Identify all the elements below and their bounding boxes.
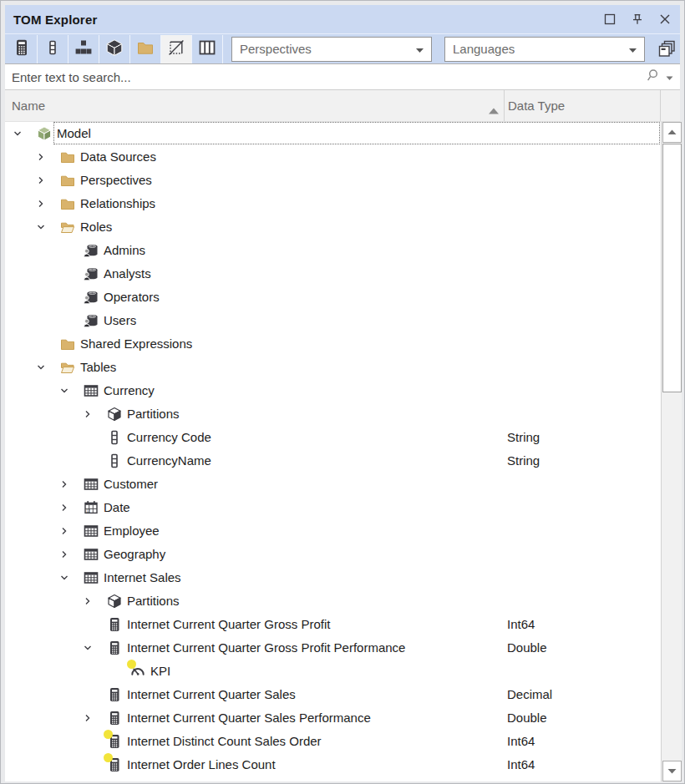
tree-row[interactable]: Users <box>5 309 661 332</box>
search-icon[interactable] <box>646 68 660 86</box>
tree-row-label: Internet Current Quarter Gross Profit Pe… <box>127 636 405 660</box>
tree-row[interactable]: Partitions <box>5 402 661 426</box>
tree-row[interactable]: Internet Current Quarter SalesDecimal <box>5 683 661 706</box>
close-icon[interactable] <box>657 12 672 27</box>
tree-row[interactable]: CurrencyNameString <box>5 449 661 473</box>
column-divider[interactable] <box>660 90 661 121</box>
show-measures-button[interactable] <box>7 35 38 63</box>
chevron-right-icon[interactable] <box>58 549 70 560</box>
tree-row[interactable]: Internet Current Quarter Gross ProfitInt… <box>5 613 661 636</box>
tree-row[interactable]: Internet Distinct Count Sales OrderInt64 <box>5 730 661 753</box>
languages-dropdown[interactable]: Languages <box>444 37 645 62</box>
role-icon <box>84 313 99 328</box>
tree-row[interactable]: Tables <box>5 356 661 379</box>
role-icon <box>84 290 99 305</box>
tree-row[interactable]: Internet Current Quarter Gross Profit Pe… <box>5 636 661 660</box>
show-columns-button[interactable] <box>38 35 68 63</box>
show-partitions-button[interactable] <box>99 35 130 63</box>
tree-row[interactable]: Geography <box>5 543 661 566</box>
scroll-down-button[interactable] <box>662 761 682 781</box>
tree-row[interactable]: Perspectives <box>5 169 661 192</box>
tree-row[interactable]: Currency CodeString <box>5 426 661 449</box>
tree-row[interactable]: Customer <box>5 473 661 496</box>
chevron-right-icon[interactable] <box>82 595 94 607</box>
show-hierarchies-button[interactable] <box>68 35 99 63</box>
tree-row[interactable]: Internet Current Quarter Sales Performan… <box>5 706 661 730</box>
chevron-right-icon[interactable] <box>58 502 70 513</box>
perspectives-dropdown[interactable]: Perspectives <box>231 37 432 62</box>
chevron-down-icon[interactable] <box>58 572 70 584</box>
column-divider[interactable] <box>504 90 505 121</box>
selected-row-focus <box>53 122 660 144</box>
tree-row[interactable]: Shared Expressions <box>5 332 661 356</box>
show-folders-button[interactable] <box>130 35 161 63</box>
tree-row[interactable]: Internet Sales <box>5 566 661 589</box>
show-table-columns-button[interactable] <box>192 35 223 63</box>
tree-row-label: Internet Order Lines Count <box>127 753 276 776</box>
chevron-right-icon[interactable] <box>35 175 47 186</box>
tree-row[interactable] <box>5 776 661 781</box>
scrollbar-thumb[interactable] <box>662 144 682 392</box>
tree-row[interactable]: Model <box>5 122 661 145</box>
table-icon <box>84 524 99 539</box>
tree-row[interactable]: Currency <box>5 379 661 402</box>
hierarchy-icon <box>75 39 92 59</box>
tree-row[interactable]: Partitions <box>5 589 661 613</box>
role-icon <box>84 266 99 281</box>
chevron-down-icon[interactable] <box>35 221 47 233</box>
tree-row-label: Tables <box>80 356 116 379</box>
chevron-down-icon[interactable] <box>12 128 23 139</box>
chevron-right-icon[interactable] <box>35 198 47 210</box>
scroll-up-button[interactable] <box>662 122 682 143</box>
tree-row-label: Admins <box>104 239 145 262</box>
chevron-down-icon[interactable] <box>35 362 47 373</box>
search-input[interactable] <box>5 70 646 84</box>
folder-closed-icon <box>60 336 75 352</box>
chevron-right-icon[interactable] <box>58 525 70 537</box>
chevron-right-icon[interactable] <box>35 151 47 163</box>
chevron-right-icon[interactable] <box>82 408 94 420</box>
chevron-right-icon[interactable] <box>82 712 94 724</box>
pin-icon[interactable] <box>630 12 645 27</box>
tree-row[interactable]: Analysts <box>5 262 661 286</box>
tree-row-label: Date <box>104 496 130 519</box>
chevron-down-icon[interactable] <box>58 385 70 397</box>
title-bar: TOM Explorer <box>5 5 680 33</box>
cube-icon <box>106 39 123 59</box>
tree-row-label: Employee <box>104 519 160 543</box>
tree-row[interactable]: Internet Order Lines CountInt64 <box>5 753 661 776</box>
folder-open-icon <box>60 220 75 235</box>
column-header-name[interactable]: Name <box>12 90 45 121</box>
tree-row[interactable]: Data Sources <box>5 145 661 169</box>
svg-text:12: 12 <box>86 509 91 513</box>
tree-row[interactable]: Employee <box>5 519 661 543</box>
tree-row-label: Relationships <box>80 192 155 215</box>
data-type-value: Double <box>507 706 547 730</box>
chevron-down-icon[interactable] <box>82 642 94 654</box>
tree-row-label: Users <box>104 309 136 332</box>
tree-row[interactable]: Admins <box>5 239 661 262</box>
tree-row[interactable]: Relationships <box>5 192 661 215</box>
float-window-icon[interactable] <box>602 12 617 27</box>
tree-row[interactable]: KPI <box>5 660 661 683</box>
tree-row-label: Internet Current Quarter Gross Profit <box>127 613 330 636</box>
chevron-right-icon[interactable] <box>58 478 70 490</box>
search-options-caret-icon[interactable] <box>666 69 673 84</box>
vertical-scrollbar[interactable] <box>661 122 682 781</box>
tree-row[interactable]: 12Date <box>5 496 661 519</box>
partition-icon <box>107 407 122 422</box>
data-type-value: Decimal <box>507 683 552 706</box>
tree-row-label: Model <box>57 122 91 145</box>
toggle-display-folders-button[interactable] <box>161 35 192 63</box>
cascade-windows-icon[interactable] <box>654 37 679 62</box>
tree-row-label: Internet Distinct Count Sales Order <box>127 730 322 753</box>
toolbar-button-group <box>7 35 223 63</box>
tree-row[interactable]: Operators <box>5 286 661 309</box>
folder-closed-icon <box>60 196 75 211</box>
tom-explorer-panel: TOM Explorer Perspectives <box>0 0 685 784</box>
tree-row[interactable]: Roles <box>5 215 661 239</box>
tree-row-label: Currency Code <box>127 426 211 449</box>
languages-dropdown-value: Languages <box>453 42 515 56</box>
column-header-data-type[interactable]: Data Type <box>508 90 565 121</box>
tree-row-label: Geography <box>104 543 165 566</box>
